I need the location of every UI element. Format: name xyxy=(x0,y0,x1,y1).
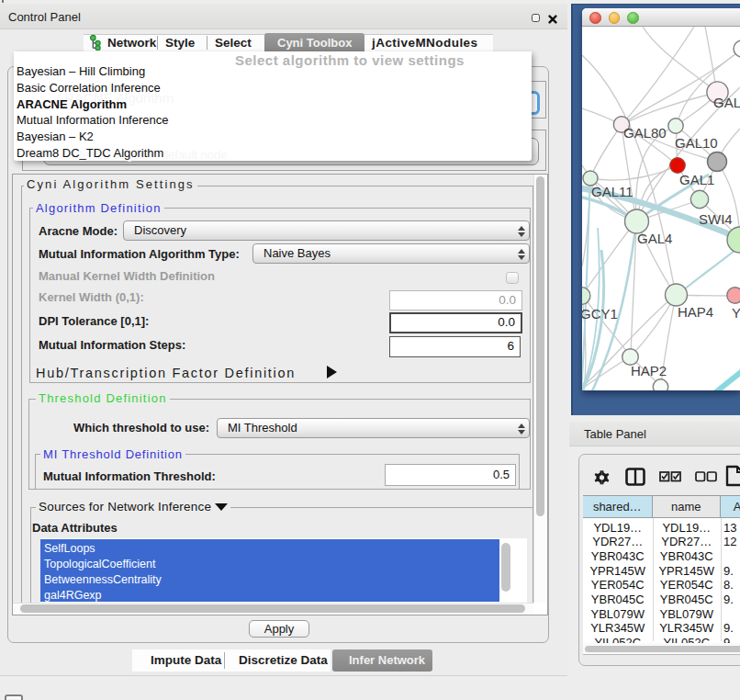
svg-text:Y: Y xyxy=(732,305,740,321)
svg-text:HAP2: HAP2 xyxy=(631,363,667,378)
svg-text:GAL7: GAL7 xyxy=(713,95,740,110)
svg-text:GAL1: GAL1 xyxy=(679,172,714,187)
svg-text:SWI4: SWI4 xyxy=(699,211,733,227)
svg-text:GCY1: GCY1 xyxy=(582,306,618,322)
svg-text:GAL10: GAL10 xyxy=(675,135,718,151)
svg-text:GAL11: GAL11 xyxy=(591,184,633,199)
svg-text:HAP4: HAP4 xyxy=(678,304,713,320)
svg-text:GAL4: GAL4 xyxy=(637,231,672,246)
svg-text:GAL80: GAL80 xyxy=(623,125,667,141)
